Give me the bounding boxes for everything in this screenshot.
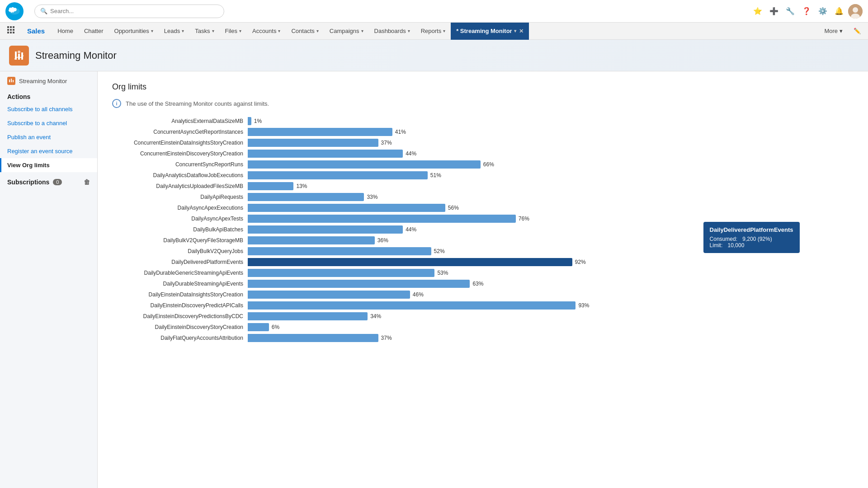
help-icon[interactable]: ❓ bbox=[799, 4, 814, 19]
bar-track: 52% bbox=[248, 247, 854, 255]
bar-track: 37% bbox=[248, 139, 854, 147]
sidebar: Streaming Monitor Actions Subscribe to a… bbox=[0, 71, 98, 488]
bar-row: DailyEinsteinDataInsightsStoryCreation46… bbox=[112, 291, 854, 299]
bar-track: 44% bbox=[248, 225, 854, 234]
setup-icon[interactable]: 🔧 bbox=[783, 4, 797, 19]
bar-row: DailyDurableStreamingApiEvents63% bbox=[112, 280, 854, 288]
bar-fill bbox=[248, 291, 410, 299]
tab-tasks[interactable]: Tasks▾ bbox=[189, 23, 219, 40]
bar-track: 1% bbox=[248, 117, 854, 125]
tab-streaming-monitor[interactable]: * Streaming Monitor ▾ ✕ bbox=[451, 23, 529, 40]
info-text: The use of the Streaming Monitor counts … bbox=[126, 100, 269, 107]
tab-bar-right: More ▾ ✏️ bbox=[819, 23, 864, 39]
edit-nav-icon[interactable]: ✏️ bbox=[850, 24, 864, 38]
subscriptions-label: Subscriptions bbox=[7, 178, 49, 186]
bar-fill bbox=[248, 280, 470, 288]
bar-label: DailyAsyncApexTests bbox=[112, 216, 248, 222]
bar-label: DailyBulkV2QueryFileStorageMB bbox=[112, 237, 248, 244]
tab-reports[interactable]: Reports▾ bbox=[415, 23, 451, 40]
bar-track: 76% bbox=[248, 215, 854, 223]
bar-pct: 37% bbox=[381, 140, 392, 146]
bar-row: DailyApiRequests33% bbox=[112, 193, 854, 201]
bar-row: ConcurrentEinsteinDiscoveryStoryCreation… bbox=[112, 150, 854, 158]
tab-leads[interactable]: Leads▾ bbox=[159, 23, 189, 40]
bar-fill bbox=[248, 160, 481, 169]
gear-icon[interactable]: ⚙️ bbox=[816, 4, 830, 19]
bar-label: DailyEinsteinDataInsightsStoryCreation bbox=[112, 291, 248, 298]
bar-label: ConcurrentEinsteinDiscoveryStoryCreation bbox=[112, 150, 248, 157]
search-bar[interactable]: 🔍 bbox=[34, 5, 224, 18]
bar-track: 51% bbox=[248, 171, 854, 179]
app-name[interactable]: Sales bbox=[20, 23, 52, 39]
bar-label: DailyAsyncApexExecutions bbox=[112, 205, 248, 211]
favorites-icon[interactable]: ⭐ bbox=[750, 4, 765, 19]
svg-rect-6 bbox=[10, 26, 12, 28]
bar-label: DailyEinsteinDiscoveryStoryCreation bbox=[112, 324, 248, 330]
salesforce-logo[interactable]: sf bbox=[5, 2, 24, 20]
bar-fill bbox=[248, 269, 434, 277]
tab-dashboards[interactable]: Dashboards▾ bbox=[369, 23, 415, 40]
tab-campaigns[interactable]: Campaigns▾ bbox=[324, 23, 369, 40]
more-tab[interactable]: More ▾ bbox=[819, 28, 848, 34]
trash-icon[interactable]: 🗑 bbox=[84, 178, 90, 186]
bar-pct: 41% bbox=[395, 129, 406, 135]
bar-label: AnalyticsExternalDataSizeMB bbox=[112, 118, 248, 124]
info-icon: i bbox=[112, 99, 121, 108]
svg-point-3 bbox=[853, 7, 858, 13]
bar-fill bbox=[248, 204, 445, 212]
bar-track: 63% bbox=[248, 280, 854, 288]
tab-accounts[interactable]: Accounts▾ bbox=[247, 23, 286, 40]
bar-row: ConcurrentEinsteinDataInsightsStoryCreat… bbox=[112, 139, 854, 147]
bar-track: 46% bbox=[248, 291, 854, 299]
main-layout: Streaming Monitor Actions Subscribe to a… bbox=[0, 71, 868, 488]
tab-contacts[interactable]: Contacts▾ bbox=[286, 23, 324, 40]
svg-point-14 bbox=[18, 51, 20, 53]
tab-home[interactable]: Home bbox=[52, 23, 79, 40]
sidebar-item-subscribe-channel[interactable]: Subscribe to a channel bbox=[0, 116, 97, 130]
org-limits-title: Org limits bbox=[112, 82, 854, 92]
bar-pct: 13% bbox=[296, 183, 307, 189]
tab-chatter[interactable]: Chatter bbox=[79, 23, 109, 40]
grid-icon[interactable] bbox=[4, 23, 18, 37]
bar-fill bbox=[248, 312, 368, 320]
bar-fill bbox=[248, 258, 572, 266]
bar-track: 13% bbox=[248, 182, 854, 190]
bar-track: 33% bbox=[248, 193, 854, 201]
tab-close-icon[interactable]: ✕ bbox=[519, 28, 524, 34]
bar-pct: 34% bbox=[370, 313, 381, 319]
bar-row: DailyEinsteinDiscoveryPredictionsByCDC34… bbox=[112, 312, 854, 320]
svg-rect-12 bbox=[10, 32, 12, 33]
search-input[interactable] bbox=[50, 8, 218, 14]
bar-pct: 37% bbox=[381, 335, 392, 341]
bar-row: DailyDurableGenericStreamingApiEvents53% bbox=[112, 269, 854, 277]
bar-pct: 52% bbox=[434, 248, 445, 254]
sidebar-item-register-source[interactable]: Register an event source bbox=[0, 144, 97, 158]
bar-row: DailyBulkV2QueryFileStorageMB36% bbox=[112, 236, 854, 244]
bar-row: DailyAnalyticsUploadedFilesSizeMB13% bbox=[112, 182, 854, 190]
tab-files[interactable]: Files▾ bbox=[220, 23, 247, 40]
top-navigation: sf 🔍 ⭐ ➕ 🔧 ❓ ⚙️ 🔔 bbox=[0, 0, 868, 23]
bar-fill bbox=[248, 171, 428, 179]
svg-rect-15 bbox=[9, 80, 10, 82]
bar-label: DailyDurableStreamingApiEvents bbox=[112, 281, 248, 287]
bar-row: DailyBulkApiBatches44% bbox=[112, 225, 854, 234]
bar-pct: 1% bbox=[254, 118, 262, 124]
tab-opportunities[interactable]: Opportunities▾ bbox=[109, 23, 159, 40]
bar-track: 66% bbox=[248, 160, 854, 169]
avatar[interactable] bbox=[848, 4, 863, 19]
subscriptions-count: 0 bbox=[53, 179, 62, 185]
svg-rect-11 bbox=[7, 32, 9, 33]
bar-fill bbox=[248, 150, 403, 158]
bar-track: 41% bbox=[248, 128, 854, 136]
sidebar-item-publish-event[interactable]: Publish an event bbox=[0, 130, 97, 144]
bar-row: ConcurrentAsyncGetReportInstances41% bbox=[112, 128, 854, 136]
bar-label: DailyEinsteinDiscoveryPredictionsByCDC bbox=[112, 313, 248, 319]
bar-label: ConcurrentSyncReportRuns bbox=[112, 161, 248, 168]
bell-icon[interactable]: 🔔 bbox=[832, 4, 846, 19]
svg-rect-9 bbox=[10, 29, 12, 31]
sidebar-item-subscribe-all[interactable]: Subscribe to all channels bbox=[0, 102, 97, 116]
bar-pct: 93% bbox=[578, 302, 589, 309]
add-icon[interactable]: ➕ bbox=[767, 4, 781, 19]
sidebar-item-view-org-limits[interactable]: View Org limits bbox=[0, 158, 97, 172]
bar-pct: 53% bbox=[437, 270, 448, 276]
